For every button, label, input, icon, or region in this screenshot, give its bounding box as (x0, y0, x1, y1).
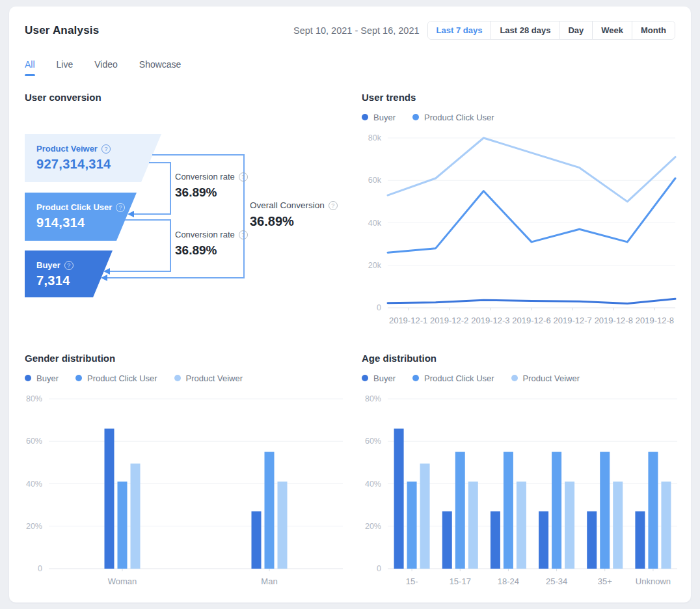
bar-product-veiwer-25-34[interactable] (565, 481, 574, 569)
line-series-product-click-user[interactable] (388, 178, 675, 252)
conversion-rate-2: Conversion rate 36.89% (175, 230, 248, 258)
bar-product-click-user-15[interactable] (407, 481, 417, 569)
y-axis-tick-label: 40% (26, 480, 42, 489)
funnel-stage-3-text: Buyer 7,314 (36, 260, 74, 288)
page-title: User Analysis (25, 24, 99, 37)
content-grid: User conversion Product Veiwer 927,314,3… (25, 92, 675, 593)
conversion-rate-2-label: Conversion rate (175, 230, 235, 239)
help-icon[interactable] (239, 172, 248, 182)
help-icon[interactable] (239, 230, 248, 239)
user-trends-chart: 020k40k60k80k2019-12-12019-12-22019-12-3… (362, 128, 677, 332)
age-distribution-legend: BuyerProduct Click UserProduct Veiwer (362, 373, 677, 383)
bar-buyer-15[interactable] (394, 429, 404, 569)
section-age-distribution: Age distribution BuyerProduct Click User… (362, 353, 677, 593)
funnel-stage-1-label: Product Veiwer (36, 144, 98, 154)
user-trends-legend: BuyerProduct Click User (362, 112, 677, 122)
x-axis-tick-label: Man (261, 576, 277, 586)
bar-buyer-woman[interactable] (105, 429, 114, 569)
age-distribution-chart: 020%40%60%80%15-15-1718-2425-3435+Unknow… (362, 388, 677, 593)
bar-buyer-25-34[interactable] (539, 511, 548, 569)
bar-product-veiwer-15-17[interactable] (468, 481, 478, 569)
funnel-stage-3-value: 7,314 (36, 273, 74, 288)
legend-item-product-veiwer[interactable]: Product Veiwer (174, 373, 243, 383)
legend-item-product-veiwer[interactable]: Product Veiwer (511, 373, 580, 383)
range-button-day[interactable]: Day (559, 21, 592, 39)
y-axis-tick-label: 0 (377, 564, 381, 573)
legend-item-product-click-user[interactable]: Product Click User (75, 373, 157, 383)
legend-label: Product Veiwer (523, 373, 580, 383)
legend-dot-icon (174, 375, 181, 381)
range-button-last-7-days[interactable]: Last 7 days (428, 21, 491, 39)
bar-product-veiwer-man[interactable] (278, 481, 288, 569)
range-button-week[interactable]: Week (592, 21, 632, 39)
legend-dot-icon (362, 375, 368, 381)
bar-buyer-unknown[interactable] (635, 511, 645, 569)
legend-item-buyer[interactable]: Buyer (362, 113, 396, 122)
arrow-left-icon (128, 211, 134, 217)
funnel-stage-2-label: Product Click User (36, 202, 112, 212)
y-axis-tick-label: 60% (365, 437, 381, 446)
y-axis-tick-label: 20k (368, 261, 382, 270)
range-button-last-28-days[interactable]: Last 28 days (491, 21, 559, 39)
bar-product-veiwer-35[interactable] (613, 481, 623, 569)
y-axis-tick-label: 60% (26, 437, 42, 446)
bar-product-veiwer-15[interactable] (420, 464, 430, 569)
funnel-stage-3-label: Buyer (36, 260, 61, 270)
bar-product-click-user-25-34[interactable] (552, 452, 561, 569)
help-icon[interactable] (116, 203, 125, 212)
gender-distribution-chart: 020%40%60%80%WomanMan (25, 388, 343, 593)
legend-item-product-click-user[interactable]: Product Click User (412, 373, 494, 383)
legend-dot-icon (75, 375, 82, 381)
funnel-bracket-1 (134, 163, 170, 214)
y-axis-tick-label: 80% (26, 394, 42, 403)
arrow-left-icon (103, 268, 110, 275)
bar-buyer-35[interactable] (587, 511, 597, 569)
bar-buyer-15-17[interactable] (442, 511, 452, 569)
legend-item-buyer[interactable]: Buyer (362, 373, 396, 383)
bar-product-click-user-woman[interactable] (118, 481, 128, 569)
date-range-button-group: Last 7 daysLast 28 daysDayWeekMonth (427, 21, 675, 40)
x-axis-tick-label: 25-34 (546, 576, 567, 586)
bar-product-veiwer-woman[interactable] (131, 464, 141, 569)
tab-live[interactable]: Live (57, 59, 74, 76)
funnel-stage-1-value: 927,314,314 (36, 157, 111, 172)
section-user-conversion: User conversion Product Veiwer 927,314,3… (25, 92, 350, 332)
bar-product-click-user-man[interactable] (265, 452, 275, 569)
x-axis-tick-label: 35+ (598, 576, 612, 586)
y-axis-tick-label: 0 (377, 303, 381, 312)
bar-product-veiwer-unknown[interactable] (661, 481, 671, 569)
bar-buyer-man[interactable] (252, 511, 262, 569)
legend-dot-icon (412, 375, 419, 381)
bar-product-click-user-18-24[interactable] (504, 452, 513, 569)
legend-label: Product Veiwer (186, 373, 243, 383)
legend-item-buyer[interactable]: Buyer (25, 373, 59, 383)
x-axis-tick-label: 15- (406, 576, 418, 586)
range-button-month[interactable]: Month (632, 21, 675, 39)
date-range-label: Sept 10, 2021 - Sept 16, 2021 (293, 25, 419, 36)
line-series-product-veiwer[interactable] (388, 138, 675, 202)
y-axis-tick-label: 0 (38, 564, 42, 573)
funnel-stage-2-value: 914,314 (36, 215, 125, 230)
x-axis-tick-label: 15-17 (450, 576, 471, 586)
legend-label: Product Click User (87, 373, 157, 383)
overall-conversion-value: 36.89% (250, 214, 338, 229)
tab-all[interactable]: All (25, 59, 35, 76)
arrow-left-icon (101, 275, 107, 281)
y-axis-tick-label: 80k (368, 133, 382, 142)
tab-showcase[interactable]: Showcase (139, 59, 182, 76)
legend-label: Buyer (373, 373, 396, 383)
help-icon[interactable] (64, 261, 74, 270)
legend-item-product-click-user[interactable]: Product Click User (412, 113, 494, 122)
help-icon[interactable] (101, 144, 111, 154)
dashboard-card: User Analysis Sept 10, 2021 - Sept 16, 2… (9, 7, 691, 602)
help-icon[interactable] (329, 201, 338, 210)
section-title-gender-distribution: Gender distribution (25, 353, 350, 364)
bar-product-click-user-unknown[interactable] (648, 452, 658, 569)
line-series-buyer[interactable] (388, 299, 675, 303)
header: User Analysis Sept 10, 2021 - Sept 16, 2… (25, 21, 675, 40)
bar-product-click-user-15-17[interactable] (455, 452, 465, 569)
bar-buyer-18-24[interactable] (491, 511, 500, 569)
bar-product-veiwer-18-24[interactable] (517, 481, 526, 569)
bar-product-click-user-35[interactable] (600, 452, 610, 569)
tab-video[interactable]: Video (94, 59, 118, 76)
